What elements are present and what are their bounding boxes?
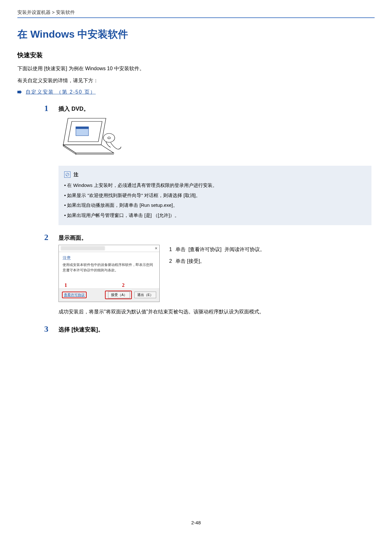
step-2-post-note: 成功安装后，将显示"将双面设为默认值"并在结束页被勾选。该驱动程序默认设为双面模… <box>58 307 371 317</box>
list-text: 单击 [查看许可协议] 并阅读许可协议。 <box>175 247 265 252</box>
step-title: 插入 DVD。 <box>58 105 371 113</box>
note-item: 如果出现用户帐号管理窗口，请单击 [是] （[允许]）。 <box>64 211 366 220</box>
note-item: 在 Windows 上安装时，必须通过具有管理员权限的登录用户进行安装。 <box>64 181 366 190</box>
step-number: 1 <box>44 104 48 113</box>
highlight-box-2: 接受（A） <box>105 291 132 299</box>
svg-line-13 <box>66 175 67 176</box>
note-icon <box>64 171 70 178</box>
note-label: 注 <box>74 170 78 179</box>
highlight-box-1: 查看许可协议 <box>62 292 87 298</box>
step-title: 显示画面。 <box>58 234 371 242</box>
page-title: 在 Windows 中安装软件 <box>17 28 375 41</box>
breadcrumb: 安装并设置机器 > 安装软件 <box>17 9 375 18</box>
step-number: 3 <box>44 324 48 334</box>
view-license-link[interactable]: 查看许可协议 <box>64 293 85 297</box>
step-3: 3 选择 [快速安装]。 <box>58 326 371 333</box>
arrow-icon <box>17 89 22 95</box>
step-number: 2 <box>44 233 48 242</box>
accept-button[interactable]: 接受（A） <box>108 292 130 298</box>
page-number: 2-48 <box>17 520 375 525</box>
dialog-notice-heading: 注意 <box>63 255 156 261</box>
list-number: 1 <box>169 245 175 254</box>
dialog-titlebar: × <box>59 245 159 252</box>
svg-marker-8 <box>63 145 76 154</box>
exit-button[interactable]: 退出（E） <box>134 292 156 298</box>
note-item: 如果显示 "欢迎使用找到新硬件向导" 对话框，则请选择 [取消]。 <box>64 191 366 200</box>
svg-point-12 <box>68 174 68 174</box>
step-2-instructions: 1单击 [查看许可协议] 并阅读许可协议。 2单击 [接受]。 <box>169 245 265 266</box>
svg-marker-0 <box>17 90 22 94</box>
note-item: 如果出现自动播放画面，则请单击 [Run setup.exe]。 <box>64 201 366 210</box>
laptop-dvd-illustration <box>58 116 128 160</box>
close-icon[interactable]: × <box>155 246 157 251</box>
svg-point-9 <box>103 133 115 142</box>
intro-paragraph-2: 有关自定义安装的详情，请见下方： <box>17 76 375 85</box>
callout-number-1: 1 <box>64 282 67 288</box>
svg-rect-4 <box>76 127 89 129</box>
list-number: 2 <box>169 256 175 266</box>
list-text: 单击 [接受]。 <box>175 258 205 264</box>
dialog-notice-text: 使用或安装本软件包中的设备驱动程序和软件，即表示您同意遵守本许可协议中的细则与条… <box>63 262 156 273</box>
step-title: 选择 [快速安装]。 <box>58 326 371 333</box>
step-1: 1 插入 DVD。 <box>58 105 371 225</box>
intro-paragraph-1: 下面以使用 [快速安装] 为例在 Windows 10 中安装软件。 <box>17 64 375 73</box>
xref-row: 自定义安装 （第 2-50 页） <box>17 89 375 96</box>
svg-point-10 <box>108 137 110 139</box>
step-2: 2 显示画面。 × 注意 使用或安装本软件包中的设备驱动程序和软件，即表示您同意… <box>58 234 371 317</box>
license-dialog: × 注意 使用或安装本软件包中的设备驱动程序和软件，即表示您同意遵守本许可协议中… <box>58 245 160 302</box>
section-heading: 快速安装 <box>17 51 375 59</box>
callout-number-2: 2 <box>122 282 125 288</box>
note-box: 注 在 Windows 上安装时，必须通过具有管理员权限的登录用户进行安装。 如… <box>58 166 371 225</box>
dialog-title-blurred <box>61 246 105 250</box>
dialog-footer: 1 2 查看许可协议 接受（A） 退出（E） <box>59 288 159 302</box>
svg-marker-5 <box>63 145 114 153</box>
custom-install-link[interactable]: 自定义安装 （第 2-50 页） <box>26 89 95 95</box>
